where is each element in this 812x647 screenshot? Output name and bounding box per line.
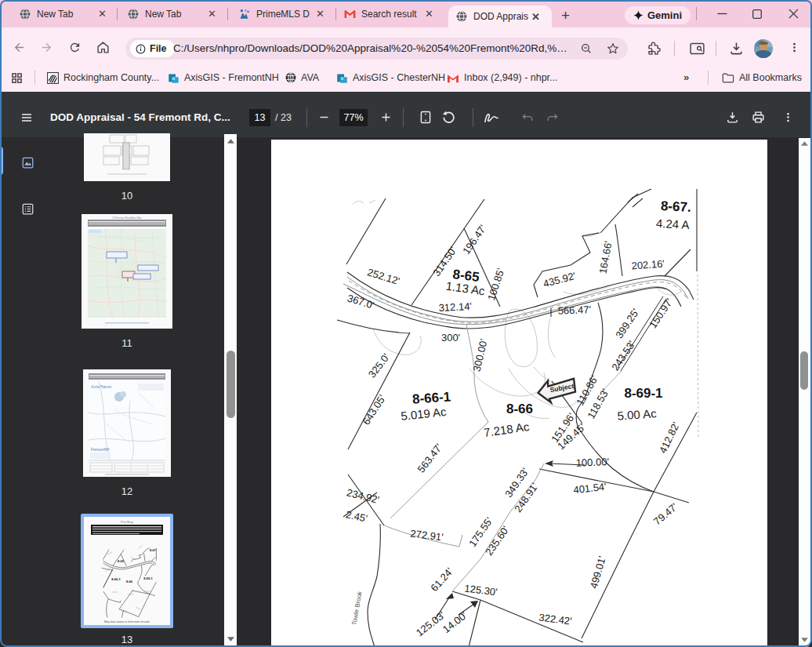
svg-text:322.42': 322.42' xyxy=(538,612,573,627)
svg-text:367.0': 367.0' xyxy=(346,292,375,311)
svg-text:79.47': 79.47' xyxy=(651,501,680,528)
svg-text:7.218 Ac: 7.218 Ac xyxy=(483,420,531,439)
svg-text:2.45': 2.45' xyxy=(345,508,368,524)
svg-text:202.16': 202.16' xyxy=(631,258,665,272)
svg-text:252.12': 252.12' xyxy=(366,266,401,287)
svg-text:61.24': 61.24' xyxy=(428,565,455,594)
svg-text:8-66-1: 8-66-1 xyxy=(111,577,121,581)
svg-text:300': 300' xyxy=(441,332,460,343)
svg-text:Towle Brook: Towle Brook xyxy=(350,590,364,625)
svg-text:300.00': 300.00' xyxy=(471,338,490,373)
svg-text:164.66': 164.66' xyxy=(597,240,614,274)
svg-text:325.0': 325.0' xyxy=(366,351,392,380)
svg-text:435.92': 435.92' xyxy=(542,270,577,289)
svg-text:5.00 Ac: 5.00 Ac xyxy=(617,406,658,422)
svg-text:5.019 Ac: 5.019 Ac xyxy=(401,405,448,423)
svg-text:272.91': 272.91' xyxy=(410,528,444,543)
svg-text:563.47': 563.47' xyxy=(415,442,445,475)
svg-text:8-67.: 8-67. xyxy=(660,198,691,215)
svg-text:399.25': 399.25' xyxy=(613,307,641,340)
svg-text:8-65: 8-65 xyxy=(118,559,125,563)
svg-text:4.24 A: 4.24 A xyxy=(656,216,690,231)
svg-text:54 Fremont Road Area Map: 54 Fremont Road Area Map xyxy=(112,216,141,220)
svg-text:14.00': 14.00' xyxy=(440,609,469,635)
svg-text:8-67: 8-67 xyxy=(150,548,157,552)
svg-text:312.14': 312.14' xyxy=(438,300,472,314)
svg-text:Map data shown is from town re: Map data shown is from town records xyxy=(104,620,150,623)
svg-text:125.30': 125.30' xyxy=(464,583,498,598)
svg-text:499.01': 499.01' xyxy=(588,554,608,590)
svg-text:8-66: 8-66 xyxy=(506,402,533,416)
svg-text:FremontNH: FremontNH xyxy=(91,448,109,452)
svg-text:643.05': 643.05' xyxy=(360,393,388,427)
svg-text:8-69-1: 8-69-1 xyxy=(143,576,153,580)
svg-text:Plat Map: Plat Map xyxy=(121,520,134,524)
svg-text:412.82': 412.82' xyxy=(657,420,682,456)
svg-text:100.00': 100.00' xyxy=(575,456,609,468)
svg-text:100.85': 100.85' xyxy=(485,267,506,302)
svg-text:150.97': 150.97' xyxy=(647,296,675,330)
svg-text:566.47': 566.47' xyxy=(557,304,591,316)
svg-text:8-66: 8-66 xyxy=(126,580,133,583)
svg-text:1.13 Ac: 1.13 Ac xyxy=(445,279,486,298)
svg-text:AxisPlanet: AxisPlanet xyxy=(91,384,111,389)
svg-text:401.54': 401.54' xyxy=(573,481,607,496)
svg-text:8-69-1: 8-69-1 xyxy=(624,386,662,401)
